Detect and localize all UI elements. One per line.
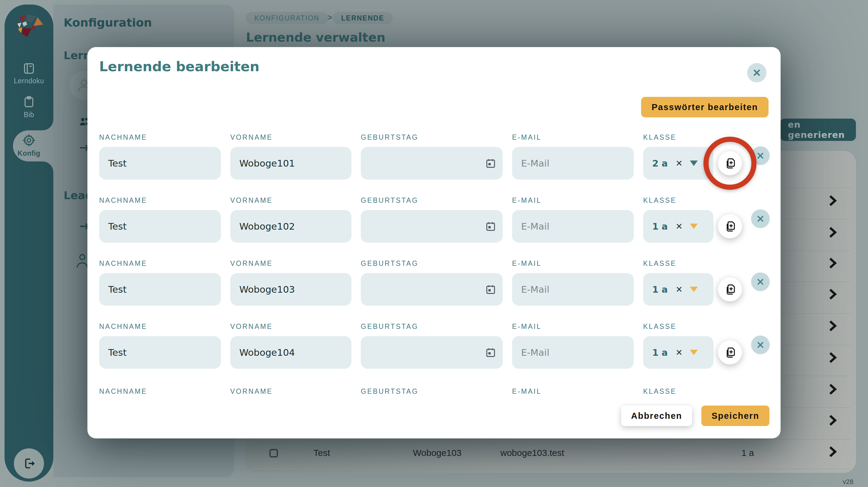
chevron-right-icon[interactable] xyxy=(827,288,838,300)
edit-learners-modal: Lernende bearbeiten Passwörter bearbeite… xyxy=(87,47,781,438)
chevron-right-icon[interactable] xyxy=(827,195,838,207)
duplicate-icon xyxy=(723,346,737,359)
klasse-label: KLASSE xyxy=(643,133,713,142)
klasse-label: KLASSE xyxy=(643,322,713,331)
generate-button[interactable]: en generieren xyxy=(780,119,856,141)
sidebar: Lerndoku Bib Konfig xyxy=(4,4,53,482)
sidebar-item-lerndoku[interactable]: Lerndoku xyxy=(4,60,53,87)
chevron-down-icon[interactable] xyxy=(690,224,698,229)
modal-title: Lernende bearbeiten xyxy=(99,59,259,75)
chevron-right-icon[interactable] xyxy=(827,351,838,364)
version-label: v28 xyxy=(843,478,853,486)
learner-row: NACHNAME VORNAME GEBURTSTAG E-MAIL KLASS… xyxy=(87,196,781,245)
nachname-label: NACHNAME xyxy=(99,133,221,142)
close-icon xyxy=(752,68,762,78)
duplicate-row-button[interactable] xyxy=(718,340,742,365)
table-cell-klasse: 1 a xyxy=(741,448,754,458)
klasse-value: 1 a xyxy=(652,347,668,358)
close-icon xyxy=(756,151,765,160)
email-label: E-MAIL xyxy=(512,388,634,396)
vorname-label: VORNAME xyxy=(230,388,351,396)
klasse-select[interactable]: 2 a ✕ xyxy=(643,147,713,179)
chevron-right-icon[interactable] xyxy=(827,414,838,426)
person-outline-icon xyxy=(76,252,89,270)
duplicate-row-button[interactable] xyxy=(718,151,742,175)
chevron-down-icon[interactable] xyxy=(690,161,698,166)
geburtstag-input[interactable] xyxy=(361,147,503,179)
vorname-input[interactable] xyxy=(230,210,351,242)
remove-row-button[interactable] xyxy=(751,146,770,165)
duplicate-icon xyxy=(723,283,737,296)
geburtstag-label: GEBURTSTAG xyxy=(361,196,503,205)
sidebar-item-bib[interactable]: Bib xyxy=(4,93,53,121)
chevron-down-icon[interactable] xyxy=(690,287,698,292)
active-notch-bottom xyxy=(42,162,53,172)
edit-passwords-button[interactable]: Passwörter bearbeiten xyxy=(641,97,769,117)
duplicate-row-button[interactable] xyxy=(718,277,742,302)
learner-row: NACHNAME VORNAME GEBURTSTAG E-MAIL KLASS… xyxy=(87,259,781,308)
breadcrumb-konfiguration[interactable]: KONFIGURATION xyxy=(246,12,328,24)
chevron-right-icon[interactable] xyxy=(827,257,838,269)
email-input[interactable] xyxy=(512,273,634,306)
geburtstag-label: GEBURTSTAG xyxy=(361,259,503,268)
screen: Konfiguration Lern Lead KONFIGURATION > … xyxy=(0,0,868,487)
vorname-input[interactable] xyxy=(230,147,351,179)
cancel-button[interactable]: Abbrechen xyxy=(621,405,692,426)
duplicate-icon xyxy=(723,156,737,170)
modal-close-button[interactable] xyxy=(747,63,767,82)
nachname-input[interactable] xyxy=(99,273,221,306)
klasse-clear-icon[interactable]: ✕ xyxy=(676,285,683,294)
chevron-right-icon[interactable] xyxy=(827,383,838,395)
remove-row-button[interactable] xyxy=(751,209,770,228)
close-icon xyxy=(756,214,765,223)
duplicate-icon xyxy=(723,220,737,233)
vorname-label: VORNAME xyxy=(230,133,351,142)
row-checkbox[interactable] xyxy=(270,449,278,457)
breadcrumb-lernende[interactable]: LERNENDE xyxy=(333,12,393,24)
email-input[interactable] xyxy=(512,147,634,179)
chevron-right-icon[interactable] xyxy=(827,226,838,238)
vorname-input[interactable] xyxy=(230,273,351,306)
logout-button[interactable] xyxy=(14,448,44,479)
email-label: E-MAIL xyxy=(512,259,634,268)
chevron-right-icon[interactable] xyxy=(827,446,838,458)
klasse-clear-icon[interactable]: ✕ xyxy=(676,159,683,168)
klasse-value: 1 a xyxy=(652,221,668,232)
email-label: E-MAIL xyxy=(512,322,634,331)
klasse-clear-icon[interactable]: ✕ xyxy=(676,348,683,357)
nachname-input[interactable] xyxy=(99,336,221,369)
table-cell-nachname: Test xyxy=(313,448,330,458)
vorname-label: VORNAME xyxy=(230,196,351,205)
klasse-select[interactable]: 1 a ✕ xyxy=(643,273,713,306)
chevron-right-icon[interactable] xyxy=(827,320,838,332)
klasse-select[interactable]: 1 a ✕ xyxy=(643,210,713,242)
section-learners-heading: Lern xyxy=(64,49,91,62)
klasse-clear-icon[interactable]: ✕ xyxy=(676,222,683,231)
table-cell-vorname: Woboge103 xyxy=(413,448,461,458)
learner-row: NACHNAME VORNAME GEBURTSTAG E-MAIL KLASS… xyxy=(87,133,781,182)
nachname-input[interactable] xyxy=(99,147,221,179)
app-logo xyxy=(12,13,45,46)
klasse-label: KLASSE xyxy=(643,196,713,205)
klasse-select[interactable]: 1 a ✕ xyxy=(643,336,713,369)
table-cell-benutzername: woboge103.test xyxy=(500,448,564,458)
geburtstag-input[interactable] xyxy=(361,210,503,242)
chevron-down-icon[interactable] xyxy=(690,350,698,355)
klasse-value: 1 a xyxy=(652,284,668,295)
geburtstag-input[interactable] xyxy=(361,273,503,306)
save-button[interactable]: Speichern xyxy=(701,405,770,426)
vorname-input[interactable] xyxy=(230,336,351,369)
nachname-input[interactable] xyxy=(99,210,221,242)
email-label: E-MAIL xyxy=(512,196,634,205)
remove-row-button[interactable] xyxy=(751,336,770,354)
email-input[interactable] xyxy=(512,336,634,369)
email-input[interactable] xyxy=(512,210,634,242)
sidebar-item-konfig[interactable]: Konfig xyxy=(4,132,53,161)
close-icon xyxy=(756,340,765,349)
row-divider xyxy=(250,468,851,469)
remove-row-button[interactable] xyxy=(751,273,770,291)
nachname-label: NACHNAME xyxy=(99,322,221,331)
geburtstag-input[interactable] xyxy=(361,336,503,369)
duplicate-row-button[interactable] xyxy=(718,214,742,238)
sidebar-item-label: Lerndoku xyxy=(4,77,53,85)
